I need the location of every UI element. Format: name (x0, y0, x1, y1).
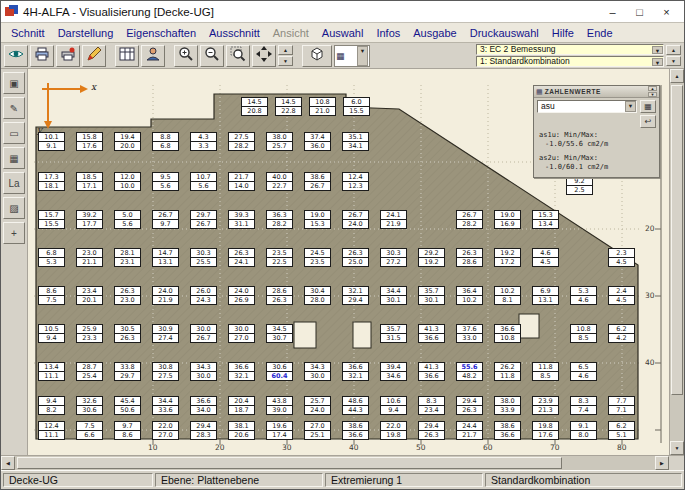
view-3d-button[interactable] (302, 45, 332, 67)
menu-schnitt[interactable]: Schnitt (5, 25, 51, 41)
panel-table-button[interactable]: ▦ (640, 100, 656, 113)
value-box: 6.85.3 (38, 248, 65, 267)
section-tool[interactable]: ▭ (3, 122, 25, 144)
value-box: 6.25.1 (608, 421, 635, 440)
chevron-down-icon[interactable]: ▼ (625, 101, 636, 112)
value-box: 10.69.4 (380, 396, 407, 415)
value-box: 19.817.6 (532, 421, 559, 440)
value-box: 8.323.4 (418, 396, 445, 415)
value-box: 27.528.2 (228, 132, 255, 151)
panel-titlebar[interactable]: ▦ ZAHLENWERTE ▲ ▼ (534, 86, 659, 98)
minimize-button[interactable]: – (599, 2, 626, 22)
panel-down-button[interactable]: ▼ (648, 92, 657, 97)
vertical-scroll-track[interactable] (670, 83, 684, 441)
panel-title: ZAHLENWERTE (545, 86, 648, 97)
value-box: 9.18.0 (570, 421, 597, 440)
panel-apply-button[interactable]: ↩ (640, 115, 656, 128)
menu-hilfe[interactable]: Hilfe (546, 25, 580, 41)
zahlenwerte-panel[interactable]: ▦ ZAHLENWERTE ▲ ▼ asu ▼ ▦ ↩ (533, 85, 660, 178)
chevron-down-icon[interactable]: ▼ (357, 46, 368, 66)
panel-up-button[interactable]: ▲ (648, 86, 657, 91)
table-button[interactable] (115, 45, 139, 67)
zoom-in-icon (178, 46, 194, 66)
vertical-scrollbar[interactable]: ▲ ▼ (669, 69, 684, 455)
menu-infos[interactable]: Infos (370, 25, 406, 41)
value-box: 28.725.4 (76, 362, 103, 381)
edit-button[interactable] (82, 45, 106, 67)
scroll-down-button[interactable]: ▼ (278, 56, 293, 66)
value-box: 34.430.1 (380, 286, 407, 305)
value-box: 37.436.0 (304, 132, 331, 151)
value-box: 29.426.3 (456, 396, 483, 415)
horizontal-scrollbar[interactable]: ◀ ▶ (1, 456, 669, 470)
print-setup-button[interactable] (56, 45, 80, 67)
maximize-button[interactable]: □ (626, 2, 653, 22)
scrollbar-up-button[interactable]: ▲ (670, 69, 684, 83)
view-mode-combo[interactable]: ▦ ▼ (334, 45, 370, 67)
combo-down-button[interactable]: ▼ (666, 56, 681, 66)
value-box: 10.19.1 (38, 132, 65, 151)
value-box: 30.027.0 (228, 324, 255, 343)
hatch-tool[interactable]: ▨ (3, 197, 25, 219)
chevron-down-icon[interactable]: ▼ (652, 58, 663, 66)
layer-tool[interactable]: La (3, 172, 25, 194)
measure-tool[interactable]: + (3, 222, 25, 244)
menu-ausgabe[interactable]: Ausgabe (407, 25, 462, 41)
scrollbar-down-button[interactable]: ▼ (670, 441, 684, 455)
vertical-scroll-thumb[interactable] (671, 85, 683, 395)
eye-icon (8, 46, 24, 66)
value-box: 28.626.3 (266, 286, 293, 305)
horizontal-scroll-thumb[interactable] (17, 457, 562, 469)
zoom-in-button[interactable] (174, 45, 198, 67)
left-tool-column: ▣✎▭▦La▨+ (1, 69, 28, 455)
combo-up-button[interactable]: ▲ (666, 45, 681, 55)
value-box: 17.318.1 (38, 172, 65, 191)
value-box: 33.829.7 (114, 362, 141, 381)
menu-eigenschaften[interactable]: Eigenschaften (120, 25, 202, 41)
value-box: 39.434.6 (380, 362, 407, 381)
zoom-out-button[interactable] (200, 45, 224, 67)
value-box: 48.644.3 (342, 396, 369, 415)
as1u-value: -1.0/55.6 cm2/m (539, 140, 654, 149)
menu-ende[interactable]: Ende (581, 25, 619, 41)
user-button[interactable] (141, 45, 165, 67)
menu-auswahl[interactable]: Auswahl (316, 25, 370, 41)
value-box: 35.730.1 (418, 286, 445, 305)
value-box: 19.617.4 (266, 421, 293, 440)
mesh-tool[interactable]: ▦ (3, 147, 25, 169)
statusbar: Decke-UGEbene: PlattenebeneExtremierung … (1, 470, 684, 489)
result-component-combo[interactable]: asu ▼ (537, 100, 637, 113)
value-box: 38.033.9 (494, 396, 521, 415)
value-box: 6.54.6 (570, 362, 597, 381)
edit-tool[interactable]: ✎ (3, 97, 25, 119)
value-box: 12.010.0 (114, 172, 141, 191)
status-segment-3: Extremierung 1 (325, 473, 483, 487)
value-box: 29.219.2 (418, 248, 445, 267)
close-button[interactable]: × (653, 2, 680, 22)
value-box: 30.526.3 (114, 324, 141, 343)
result-type-combo[interactable]: 3: EC 2 Bemessung ▼ (476, 44, 664, 55)
value-box: 10.59.4 (38, 324, 65, 343)
scrollbar-left-button[interactable]: ◀ (1, 456, 15, 470)
titlebar[interactable]: 4H-ALFA - Visualisierung [Decke-UG] – □ … (1, 1, 684, 23)
ruler-label-x: 20 (215, 443, 225, 452)
chevron-down-icon[interactable]: ▼ (652, 46, 663, 54)
scroll-up-button[interactable]: ▲ (278, 45, 293, 55)
scrollbar-right-button[interactable]: ▶ (655, 456, 669, 470)
select-tool[interactable]: ▣ (3, 72, 25, 94)
pan-button[interactable] (252, 45, 276, 67)
value-box: 21.714.0 (228, 172, 255, 191)
zoom-window-button[interactable] (226, 45, 250, 67)
menu-darstellung[interactable]: Darstellung (52, 25, 120, 41)
eye-button[interactable] (4, 45, 28, 67)
ruler-label-y: 40 (645, 358, 655, 367)
horizontal-scroll-track[interactable] (15, 456, 655, 470)
menu-ausschnitt[interactable]: Ausschnitt (203, 25, 266, 41)
value-box: 38.120.6 (228, 421, 255, 440)
value-box: 34.330.0 (190, 362, 217, 381)
value-box: 23.021.1 (76, 248, 103, 267)
combination-combo[interactable]: 1: Standardkombination ▼ (476, 56, 664, 67)
drawing-canvas[interactable]: x y 14.520.814.522.810.821.06.015.510.19… (28, 69, 669, 455)
menu-druckauswahl[interactable]: Druckauswahl (464, 25, 545, 41)
print-button[interactable] (30, 45, 54, 67)
